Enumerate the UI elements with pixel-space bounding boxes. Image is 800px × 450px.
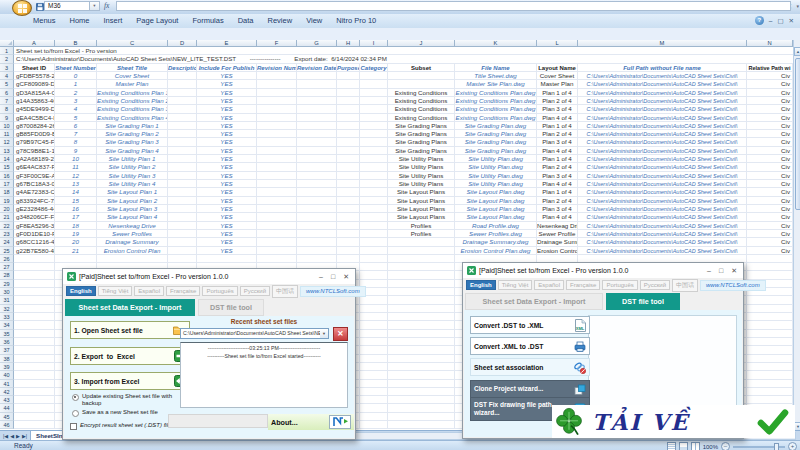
row-header-11[interactable]: 11: [0, 130, 14, 138]
cell[interactable]: YES: [197, 89, 257, 97]
cell[interactable]: [360, 172, 388, 180]
cell[interactable]: YES: [197, 230, 257, 238]
cell[interactable]: Sewer Profiles: [97, 230, 168, 238]
cell[interactable]: C:\Users\Administrator\Documents\AutoCAD…: [578, 213, 747, 221]
language-portugu-s[interactable]: Português: [602, 280, 637, 290]
cell[interactable]: Site Layout Plan 2: [97, 197, 168, 205]
cell[interactable]: 9: [55, 147, 97, 155]
cell[interactable]: [747, 305, 793, 313]
cell[interactable]: [257, 130, 297, 138]
cell[interactable]: gF8EA5296-3A8A-: [14, 222, 55, 230]
cell[interactable]: Sewer Profile: [537, 230, 578, 238]
cell[interactable]: Site Grading Plan 1: [97, 122, 168, 130]
language-ti-ng-vi-t[interactable]: Tiếng Việt: [98, 286, 133, 296]
column-header-k[interactable]: K: [455, 40, 537, 47]
cell[interactable]: [297, 180, 337, 188]
cell[interactable]: Site Utility Plan.dwg: [455, 163, 537, 171]
cell[interactable]: [297, 222, 337, 230]
cell[interactable]: Erosion Control Plan: [97, 247, 168, 255]
language-espa-ol[interactable]: Español: [134, 286, 164, 296]
cell[interactable]: [14, 313, 55, 321]
cell[interactable]: C:\Users\Administrator\Documents\AutoCAD…: [578, 147, 747, 155]
cell[interactable]: [388, 72, 455, 80]
cell[interactable]: YES: [197, 247, 257, 255]
cell[interactable]: [297, 230, 337, 238]
row-header-40[interactable]: 40: [0, 371, 14, 379]
row-header-2[interactable]: 2: [0, 55, 14, 63]
cell[interactable]: Civ: [747, 89, 793, 97]
cell[interactable]: 5: [55, 114, 97, 122]
cell[interactable]: [257, 222, 297, 230]
cell[interactable]: Sheet ID: [14, 64, 55, 72]
cell[interactable]: Site Layout Plan 3: [97, 205, 168, 213]
cell[interactable]: gCF809089-DA3E-: [14, 80, 55, 88]
formula-expand-icon[interactable]: ▾: [796, 3, 799, 9]
cell[interactable]: [360, 421, 388, 429]
language-ti-ng-vi-t[interactable]: Tiếng Việt: [498, 280, 533, 290]
row-header-30[interactable]: 30: [0, 288, 14, 296]
cell[interactable]: [360, 238, 388, 246]
cell[interactable]: [168, 155, 197, 163]
cell[interactable]: [337, 213, 360, 221]
row-header-24[interactable]: 24: [0, 238, 14, 246]
cell[interactable]: [388, 388, 455, 396]
cell[interactable]: [360, 413, 388, 421]
cell[interactable]: [360, 138, 388, 146]
cell[interactable]: [337, 172, 360, 180]
cell[interactable]: gF0D1DE10-FEBA-: [14, 230, 55, 238]
cell[interactable]: [168, 255, 197, 263]
cell[interactable]: Plan 3 of 4: [537, 172, 578, 180]
cell[interactable]: [168, 72, 197, 80]
cell[interactable]: [168, 122, 197, 130]
language-english[interactable]: English: [66, 286, 96, 296]
cell[interactable]: [388, 413, 455, 421]
cell[interactable]: 3: [55, 97, 97, 105]
cell[interactable]: Site Grading Plans: [388, 122, 455, 130]
dialog-titlebar[interactable]: [Paid]Sheet set to/from Excel - Pro vers…: [463, 263, 743, 278]
cell[interactable]: g79B97C45-F2D1-: [14, 138, 55, 146]
row-header-7[interactable]: 7: [0, 97, 14, 105]
cell[interactable]: 12: [55, 172, 97, 180]
cell[interactable]: Drainage Summary: [537, 238, 578, 246]
cell[interactable]: [297, 89, 337, 97]
cell[interactable]: [337, 230, 360, 238]
cell[interactable]: 14: [55, 188, 97, 196]
cell[interactable]: [747, 263, 793, 271]
cell[interactable]: YES: [197, 97, 257, 105]
cell[interactable]: [168, 197, 197, 205]
ribbon-tab-nitro-pro-10[interactable]: Nitro Pro 10: [329, 14, 383, 28]
cell[interactable]: [297, 155, 337, 163]
row-header-43[interactable]: 43: [0, 396, 14, 404]
cell[interactable]: Existing Conditions Plan 4: [97, 114, 168, 122]
cell[interactable]: Nesenkeag Drive: [97, 222, 168, 230]
name-box[interactable]: M36: [44, 1, 93, 11]
cell[interactable]: Plan 4 of 4: [537, 213, 578, 221]
cell[interactable]: File Name: [455, 64, 537, 72]
row-header-10[interactable]: 10: [0, 122, 14, 130]
cell[interactable]: [360, 313, 388, 321]
cell[interactable]: [337, 238, 360, 246]
cell[interactable]: [297, 97, 337, 105]
cell[interactable]: [257, 163, 297, 171]
cell[interactable]: Civ: [747, 247, 793, 255]
scroll-up-icon[interactable]: ▲: [794, 47, 800, 56]
cell[interactable]: g87008284-268F-: [14, 122, 55, 130]
column-header-j[interactable]: J: [388, 40, 455, 47]
cell[interactable]: [257, 205, 297, 213]
cell[interactable]: [14, 363, 55, 371]
cell[interactable]: [388, 247, 455, 255]
tab-sheet-set-data-export-import[interactable]: Sheet set Data Export - Import: [65, 299, 195, 316]
cell[interactable]: [388, 80, 455, 88]
cell[interactable]: [360, 213, 388, 221]
cell[interactable]: [14, 263, 55, 271]
cell[interactable]: [747, 296, 793, 304]
cell[interactable]: [360, 147, 388, 155]
row-header-23[interactable]: 23: [0, 230, 14, 238]
cell[interactable]: [257, 188, 297, 196]
column-header-b[interactable]: B: [55, 40, 97, 47]
cell[interactable]: [337, 105, 360, 113]
column-header-f[interactable]: F: [257, 40, 297, 47]
cell[interactable]: [360, 105, 388, 113]
normal-view-icon[interactable]: [667, 442, 676, 450]
cell[interactable]: [297, 213, 337, 221]
